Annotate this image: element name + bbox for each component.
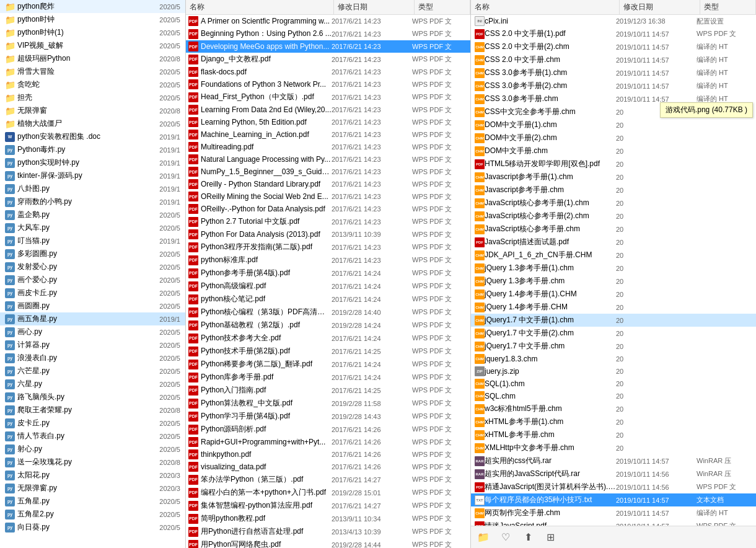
mid-list-item[interactable]: PDFMultireading.pdf2017/6/21 14:23WPS PD… bbox=[186, 141, 470, 153]
left-list-item[interactable]: 📁python爬炸2020/5 bbox=[0, 0, 185, 13]
left-list-item[interactable]: py五角星2.py2020/5 bbox=[0, 508, 185, 521]
left-list-item[interactable]: 📁超级玛丽Python2020/8 bbox=[0, 52, 185, 65]
mid-list-item[interactable]: PDFpython核心笔记.pdf2017/6/21 14:24WPS PDF … bbox=[186, 293, 470, 306]
mid-list-item[interactable]: PDFthinkpython.pdf2017/6/21 14:26WPS PDF… bbox=[186, 448, 470, 461]
right-list-item[interactable]: RAR超实用的css代码.rar2019/10/11 14:57WinRAR 压 bbox=[471, 454, 756, 467]
left-list-item[interactable]: py大风车.py2020/5 bbox=[0, 221, 185, 234]
right-list-item[interactable]: CHMxHTML参考手册(1).chm20 bbox=[471, 415, 756, 428]
right-list-item[interactable]: CHMJavascript参考手册.chm20 bbox=[471, 183, 756, 197]
left-list-item[interactable]: 📁无限弹窗2020/8 bbox=[0, 104, 185, 117]
mid-list-item[interactable]: PDFPython库参考手册.pdf2017/6/21 14:24WPS PDF… bbox=[186, 371, 470, 384]
right-list-item[interactable]: CHMCSS 2.0 中文手册(2).chm2019/10/11 14:57编译… bbox=[471, 40, 756, 53]
left-list-item[interactable]: py盖企鹅.py2020/5 bbox=[0, 208, 185, 221]
left-list-item[interactable]: 📁担壳2020/5 bbox=[0, 91, 185, 104]
mid-list-item[interactable]: PDFPython参考手册(第4版).pdf2017/6/21 14:24WPS… bbox=[186, 267, 470, 280]
right-list-item[interactable]: CHMSQL.chm20 bbox=[471, 390, 756, 402]
mid-list-item[interactable]: PDFPython技术手册(第2版).pdf2017/6/21 14:25WPS… bbox=[186, 345, 470, 358]
right-list-item[interactable]: PDFHTML5移动开发即学即用[双色].pdf20 bbox=[471, 157, 756, 170]
mid-list-item[interactable]: PDFFoundations of Python 3 Network Pr...… bbox=[186, 78, 470, 91]
right-list-item[interactable]: PDFCSS 2.0 中文手册(1).pdf2019/10/11 14:57WP… bbox=[471, 27, 756, 40]
mid-list-item[interactable]: PDF编程小白的第一本+python+入门书.pdf2019/2/28 15:0… bbox=[186, 486, 470, 499]
right-list-item[interactable]: INIcPix.ini2019/12/3 16:38配置设置 bbox=[471, 15, 756, 27]
left-list-item[interactable]: py射心.py2020/5 bbox=[0, 443, 185, 456]
right-list-item[interactable]: CHMjQuery 1.3参考手册(1).chm20 bbox=[471, 262, 756, 275]
left-list-item[interactable]: py多彩圆圈.py2020/5 bbox=[0, 247, 185, 260]
mid-list-item[interactable]: PDFPython稀要参考(第二版)_翻译.pdf2017/6/21 14:24… bbox=[186, 358, 470, 371]
left-list-item[interactable]: 📁python时钟2020/5 bbox=[0, 13, 185, 26]
left-list-item[interactable]: 📁滑雪大冒险2020/5 bbox=[0, 65, 185, 78]
right-list-item[interactable]: CHMXMLHttp中文参考手册.chm20 bbox=[471, 441, 756, 454]
left-list-item[interactable]: py六星.py2020/5 bbox=[0, 378, 185, 391]
mid-list-item[interactable]: PDFPython算法教程_中文版.pdf2019/2/28 11:58WPS … bbox=[186, 397, 470, 410]
left-list-item[interactable]: Wpython安装教程图集 .doc2019/1 bbox=[0, 130, 185, 143]
mid-list-item[interactable]: PDFPython For Data Analysis (2013).pdf20… bbox=[186, 228, 470, 241]
mid-list-item[interactable]: PDFA Primer on Scientfic Programming w..… bbox=[186, 15, 470, 27]
right-list-item[interactable]: TXT每个程序员都会的35种小技巧.txt2019/10/11 14:57文本文… bbox=[471, 493, 756, 506]
right-list-item[interactable]: CHMCSS 3.0参考手册(2).chm2019/10/11 14:57编译的… bbox=[471, 79, 756, 92]
mid-list-item[interactable]: PDF简明python教程.pdf2013/9/11 10:34WPS PDF … bbox=[186, 512, 470, 525]
right-list-item[interactable]: CHMJDK_API_1_6_zh_CN手册.CHM20 bbox=[471, 249, 756, 262]
left-list-item[interactable]: py计算器.py2020/5 bbox=[0, 338, 185, 351]
left-list-item[interactable]: py画个爱心.py2020/5 bbox=[0, 273, 185, 286]
left-list-item[interactable]: py情人节表白.py2020/5 bbox=[0, 430, 185, 443]
right-list-item[interactable]: CHMjQuery1.7 中文手册(2).chm20 bbox=[471, 327, 756, 340]
right-list-item[interactable]: CHM网页制作完全手册.chm2019/10/11 14:57编译的 HT bbox=[471, 506, 756, 519]
right-list-item[interactable]: CHMDOM中文手册(2).chm20 bbox=[471, 131, 756, 144]
mid-list-item[interactable]: PDFLearning From Data 2nd Ed (Wiley,20..… bbox=[186, 104, 470, 116]
mid-list-item[interactable]: PDFNatural Language Processing with Py..… bbox=[186, 153, 470, 166]
mid-list-item[interactable]: PDFPython入门指南.pdf2017/6/21 14:25WPS PDF … bbox=[186, 384, 470, 397]
left-list-item[interactable]: py太阳花.py2020/3 bbox=[0, 469, 185, 482]
mid-list-item[interactable]: PDF笨办法学Python（第三版）.pdf2017/6/21 14:27WPS… bbox=[186, 473, 470, 486]
right-list-item[interactable]: CHMjquery1.8.3.chm20 bbox=[471, 353, 756, 365]
left-list-item[interactable]: pyPython毒炸.py2019/1 bbox=[0, 143, 185, 156]
left-list-item[interactable]: py画心.py2020/5 bbox=[0, 325, 185, 338]
right-list-item[interactable]: PDFJavaScript描述面试题.pdf20 bbox=[471, 236, 756, 249]
left-list-item[interactable]: 📁python时钟(1)2020/5 bbox=[0, 26, 185, 39]
mid-list-item[interactable]: PDFpython标准库.pdf2017/6/21 14:23WPS PDF 文 bbox=[186, 254, 470, 267]
mid-list-item[interactable]: PDFLearning Python, 5th Edition.pdf2017/… bbox=[186, 116, 470, 128]
mid-list-item[interactable]: PDFBeginning Python：Using Python 2.6 ...… bbox=[186, 27, 470, 40]
right-list-item[interactable]: CHMDOM中文手册.chm20 bbox=[471, 144, 756, 157]
right-list-item[interactable]: RAR超实用的JavaSScript代码.rar2019/10/11 14:56… bbox=[471, 467, 756, 480]
left-list-item[interactable]: py画五角星.py2019/1 bbox=[0, 312, 185, 325]
left-list-item[interactable]: 📁贪吃蛇2020/5 bbox=[0, 78, 185, 91]
mid-list-item[interactable]: PDF集体智慧编程-python算法应用.pdf2017/6/21 14:27W… bbox=[186, 499, 470, 512]
mid-list-item[interactable]: PDFPython基础教程（第2版）.pdf2019/2/28 14:24WPS… bbox=[186, 319, 470, 332]
mid-list-item[interactable]: PDFDeveloping MeeGo apps with Python...2… bbox=[186, 40, 470, 53]
right-list-item[interactable]: CHMCSS 2.0 中文手册.chm2019/10/11 14:57编译的 H… bbox=[471, 53, 756, 66]
mid-list-item[interactable]: PDFPython技术参考大全.pdf2017/6/21 14:24WPS PD… bbox=[186, 332, 470, 345]
mid-list-item[interactable]: PDFOreilly - Python Standard Library.pdf… bbox=[186, 178, 470, 190]
left-list-item[interactable]: 📁植物大战僵尸2020/5 bbox=[0, 117, 185, 130]
mid-list-item[interactable]: PDFOReilly Mining the Social Web 2nd E..… bbox=[186, 190, 470, 203]
right-list-item[interactable]: CHMjQuery 1.4参考手册.CHM20 bbox=[471, 301, 756, 314]
mid-list-item[interactable]: PDF用Python写网络爬虫.pdf2019/2/28 14:44WPS PD… bbox=[186, 538, 470, 548]
right-list-item[interactable]: CHMxHTML参考手册.chm20 bbox=[471, 428, 756, 441]
mid-list-item[interactable]: PDF用Python进行自然语言处理.pdf2013/4/13 10:39WPS… bbox=[186, 525, 470, 538]
right-list-item[interactable]: CHMDOM中文手册(1).chm20 bbox=[471, 118, 756, 131]
left-list-item[interactable]: py八卦图.py2019/1 bbox=[0, 182, 185, 195]
left-list-item[interactable]: 📁VIP视频_破解2020/5 bbox=[0, 39, 185, 52]
right-list-item[interactable]: PDF情迷JavaScript.pdf2019/10/11 14:57WPS P… bbox=[471, 519, 756, 526]
toolbar-share-btn[interactable]: ⬆ bbox=[521, 530, 535, 545]
right-list-item[interactable]: CHMw3c标准html5手册.chm20 bbox=[471, 402, 756, 415]
toolbar-grid-btn[interactable]: ⊞ bbox=[543, 530, 558, 545]
mid-list-item[interactable]: PDFOReilly-.-Python for Data Analysis.pd… bbox=[186, 203, 470, 215]
left-list-item[interactable]: py浪漫表白.py2020/5 bbox=[0, 351, 185, 365]
left-list-item[interactable]: py叮当猫.py2019/1 bbox=[0, 234, 185, 247]
mid-list-item[interactable]: PDFRapid+GUI+Programming+with+Pyt...2017… bbox=[186, 436, 470, 448]
left-list-item[interactable]: py五角星.py2020/5 bbox=[0, 495, 185, 508]
mid-list-item[interactable]: PDFPython高级编程.pdf2017/6/21 14:24WPS PDF … bbox=[186, 280, 470, 293]
mid-list-item[interactable]: PDFPython核心编程（第3版）PDF高清晰完...2019/2/28 14… bbox=[186, 306, 470, 319]
mid-list-item[interactable]: PDFHead_First_Python（中文版）.pdf2017/6/21 1… bbox=[186, 91, 470, 104]
right-list-item[interactable]: CHMjQuery1.7 中文手册.chm20 bbox=[471, 340, 756, 353]
right-list-item[interactable]: CHMJavaScript核心参考手册(2).chm20 bbox=[471, 210, 756, 223]
left-list-item[interactable]: py画皮卡丘.py2020/5 bbox=[0, 286, 185, 299]
left-list-item[interactable]: py穿雨数的小鸭.py2019/1 bbox=[0, 195, 185, 208]
right-list-item[interactable]: CHMjQuery 1.4参考手册(1).CHM20 bbox=[471, 288, 756, 301]
right-list-item[interactable]: CHMJavaScript核心参考手册(1).chm20 bbox=[471, 197, 756, 210]
left-list-item[interactable]: py发射爱心.py2020/5 bbox=[0, 260, 185, 273]
left-list-item[interactable]: py皮卡丘.py2020/5 bbox=[0, 417, 185, 430]
left-list-item[interactable]: py画圆圈.py2020/5 bbox=[0, 299, 185, 312]
mid-list-item[interactable]: PDFPython 2.7 Tutorial 中文版.pdf2017/6/21 … bbox=[186, 215, 470, 228]
right-list-item[interactable]: CHMSQL(1).chm20 bbox=[471, 378, 756, 390]
